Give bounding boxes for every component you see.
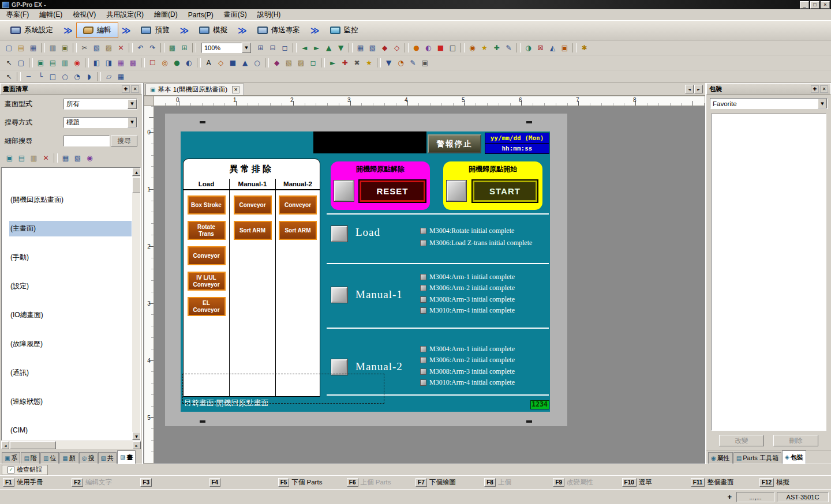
page-handle[interactable] [200, 420, 205, 423]
target-icon[interactable]: ◉ [467, 42, 478, 53]
hmi-indicator-button[interactable] [334, 180, 354, 201]
origin-reset-panel[interactable]: 開機歸原點解除 RESET [331, 161, 430, 210]
status-zoom-plus[interactable]: + [725, 492, 734, 501]
print-icon[interactable]: ▥ [47, 42, 58, 53]
keypad-input-icon[interactable]: ◨ [103, 57, 114, 68]
function-key[interactable]: F5 下個 Parts [278, 478, 347, 487]
tab-parts-toolbox[interactable]: ▤ Parts 工具箱 [733, 452, 781, 464]
recipe-icon[interactable]: ▧ [283, 57, 294, 68]
editor-canvas[interactable]: 警報停止 yy/mm/dd (Mon) hh:mm:ss 異常排除 Load M… [154, 106, 705, 464]
language-icon[interactable]: ● [411, 42, 422, 53]
library-icon[interactable]: ◑ [523, 42, 534, 53]
text-icon[interactable]: A [203, 57, 214, 68]
message-display-icon[interactable]: ◐ [184, 57, 194, 68]
dropdown-arrow-icon[interactable]: ▼ [128, 99, 137, 109]
undo-icon[interactable]: ↶ [135, 42, 146, 53]
screen-list-item[interactable]: (CIM) [2, 416, 132, 441]
hmi-function-button[interactable]: Conveyor [188, 246, 226, 265]
grid-icon[interactable]: ▩ [167, 42, 178, 53]
package-dropdown[interactable]: Favorite ▼ [710, 98, 828, 109]
hmi-screen[interactable]: 警報停止 yy/mm/dd (Mon) hh:mm:ss 異常排除 Load M… [181, 131, 550, 412]
workflow-button[interactable]: 系統設定 [3, 22, 60, 38]
zoom-level-field[interactable]: 100% [201, 43, 242, 53]
horizontal-scrollbar[interactable]: ◄ ► [1, 441, 141, 449]
function-key[interactable]: F12 模擬 [759, 478, 828, 487]
function-key[interactable]: F2 編輯文字 [72, 478, 140, 487]
time-display[interactable]: hh:mm:ss [485, 144, 549, 153]
graph-icon[interactable]: ▦ [115, 57, 126, 68]
screen-list-item[interactable]: (開機回原點畫面) [2, 185, 132, 214]
new-project-icon[interactable]: ▢ [3, 42, 14, 53]
alarm-stop-button[interactable]: 警報停止 [428, 134, 481, 153]
menu-item[interactable]: 共用設定(R) [101, 9, 149, 21]
paste-screen-icon[interactable]: ▥ [28, 153, 39, 164]
draw-text-icon[interactable]: ✎ [407, 57, 418, 68]
hmi-title-placeholder[interactable] [313, 131, 426, 153]
table-icon[interactable]: ▦ [115, 71, 126, 82]
screen-list-item[interactable]: (IO總畫面) [2, 300, 132, 329]
meter-icon[interactable]: ◎ [159, 57, 170, 68]
screen-page[interactable]: 警報停止 yy/mm/dd (Mon) hh:mm:ss 異常排除 Load M… [165, 114, 567, 426]
zoom-dropdown-arrow-icon[interactable]: ▼ [242, 43, 251, 53]
status-checkbox[interactable] [420, 228, 426, 234]
search-button[interactable]: 搜尋 [111, 136, 137, 146]
tab-address[interactable]: ▥ 位 [40, 452, 59, 464]
workflow-button[interactable]: 模擬 [192, 22, 234, 38]
page-handle[interactable] [200, 121, 205, 123]
special-switch-icon[interactable]: ✚ [339, 57, 350, 68]
zoom-in-icon[interactable]: ⊞ [255, 42, 266, 53]
menu-item[interactable]: 畫面(S) [219, 9, 252, 21]
cut-icon[interactable]: ✂ [79, 42, 90, 53]
polyline-icon[interactable]: └ [35, 71, 46, 82]
menu-item[interactable]: 編輯(E) [34, 9, 68, 21]
screen-list-item[interactable]: (手動) [2, 243, 132, 272]
package-content-box[interactable] [711, 114, 826, 431]
tab-screen-list[interactable]: ▨ 畫 [117, 450, 136, 464]
start-button[interactable]: START [473, 180, 537, 202]
dropdown-arrow-icon[interactable]: ▼ [818, 99, 827, 108]
hmi-function-button[interactable]: Conveyor [234, 195, 272, 215]
circle-icon[interactable]: ○ [59, 71, 70, 82]
function-key[interactable]: F7 下個繪圖 [415, 478, 484, 487]
minimize-button[interactable]: _ [800, 1, 809, 9]
scrollbar-thumb[interactable] [132, 177, 141, 193]
tab-package[interactable]: ◈ 包裝 [782, 450, 806, 464]
arc-icon[interactable]: ◔ [72, 71, 83, 82]
menu-item[interactable]: 繪圖(D) [149, 9, 183, 21]
hmi-function-button[interactable]: Sort ARM [279, 221, 317, 240]
circle-tool-icon[interactable]: ○ [252, 57, 263, 68]
screen-list-icon[interactable]: ▦ [355, 42, 366, 53]
zoom-out-icon[interactable]: ⊟ [267, 42, 278, 53]
add-part-icon[interactable]: ✚ [491, 42, 502, 53]
tab-properties[interactable]: ◉ 屬性 [708, 452, 733, 464]
redo-icon[interactable]: ↷ [147, 42, 158, 53]
print-preview-icon[interactable]: ▣ [59, 42, 70, 53]
tab-common[interactable]: ▧ 共 [98, 452, 117, 464]
workflow-button[interactable]: 監控 [323, 22, 365, 38]
hmi-function-button[interactable]: Rotate Trans [188, 221, 226, 240]
hmi-function-button[interactable]: Sort ARM [234, 221, 272, 240]
search-mode-dropdown[interactable]: 標題 ▼ [63, 117, 137, 128]
vertical-scrollbar[interactable]: ▲ ▼ [132, 168, 140, 440]
menu-item[interactable]: 檢視(V) [68, 9, 101, 21]
function-switch-icon[interactable]: ▥ [59, 57, 70, 68]
screen-type-dropdown[interactable]: 所有 ▼ [63, 99, 137, 110]
function-key[interactable]: F6 上個 Parts [347, 478, 415, 487]
frame-color-icon[interactable]: □ [447, 42, 458, 53]
close-panel-icon[interactable]: ✕ [820, 85, 828, 93]
screen-preview-icon[interactable]: ▦ [60, 153, 71, 164]
scroll-up-icon[interactable]: ▲ [132, 168, 141, 176]
alarm-part-icon[interactable]: ☐ [147, 57, 158, 68]
function-key[interactable]: F8 上個 [484, 478, 553, 487]
symbol-icon[interactable]: ★ [364, 57, 375, 68]
new-screen-icon[interactable]: ▣ [4, 153, 15, 164]
selection-rectangle[interactable] [182, 374, 384, 404]
script-icon[interactable]: ✖ [351, 57, 362, 68]
snap-icon[interactable]: ⊞ [179, 42, 190, 53]
status-checkbox[interactable] [420, 307, 426, 314]
screen-list-item[interactable]: (通訊) [2, 358, 132, 387]
numeric-display[interactable]: 1234 [530, 400, 549, 409]
order-icon[interactable]: ▣ [559, 42, 570, 53]
hmi-function-button[interactable]: EL Conveyor [188, 297, 226, 316]
save-project-icon[interactable]: ▦ [28, 42, 39, 53]
